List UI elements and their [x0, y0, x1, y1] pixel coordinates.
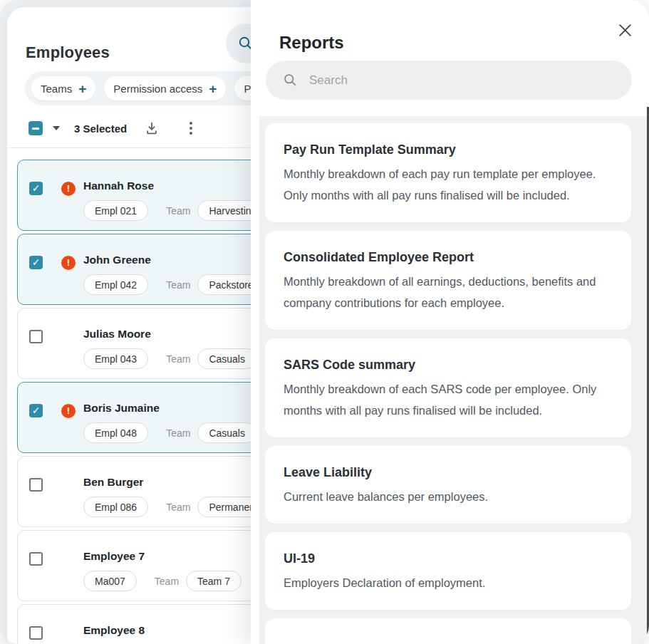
team-label: Team: [166, 279, 190, 291]
employee-id-pill: Empl 048: [83, 422, 148, 443]
employee-meta: Empl 086TeamPermanent: [83, 497, 269, 517]
employee-name: Hannah Rose: [83, 180, 154, 192]
report-list: Pay Run Template SummaryMonthly breakdow…: [259, 116, 649, 644]
report-description: Employers Declaration of employment.: [284, 572, 613, 593]
row-checkbox[interactable]: [29, 330, 43, 343]
report-card[interactable]: Consolidated Employee ReportMonthly brea…: [265, 231, 631, 330]
search-input[interactable]: [308, 73, 623, 88]
employee-id-pill: Empl 021: [83, 200, 148, 221]
filter-chip-teams[interactable]: Teams: [31, 76, 95, 100]
employee-meta: Ma007TeamTeam 7: [83, 571, 242, 591]
row-checkbox-checked[interactable]: [29, 404, 43, 417]
report-card[interactable]: SARS Code summaryMonthly breakdown of ea…: [265, 338, 631, 437]
drawer-title: Reports: [279, 33, 344, 53]
employee-name: John Greene: [83, 254, 151, 266]
reports-drawer: Reports Pay Run Template SummaryMonthly …: [251, 0, 649, 644]
team-label: Team: [166, 353, 190, 365]
team-label: Team: [166, 427, 190, 439]
reports-search: [266, 61, 632, 100]
employee-name: Ben Burger: [83, 476, 143, 489]
search-icon: [283, 73, 298, 88]
close-button[interactable]: [615, 20, 635, 40]
report-title: Consolidated Employee Report: [284, 247, 613, 267]
report-title: Leave Liability: [284, 462, 613, 482]
more-options-button[interactable]: [188, 120, 194, 136]
warning-icon: [61, 404, 76, 418]
employee-name: Employee 8: [83, 624, 145, 637]
report-card[interactable]: Leave LiabilityCurrent leave balances pe…: [265, 446, 631, 524]
team-pill: Casuals: [197, 348, 256, 369]
select-all-checkbox[interactable]: [28, 121, 43, 135]
plus-icon: [209, 82, 217, 95]
employee-meta: Empl 043TeamCasuals: [83, 348, 256, 369]
team-pill: Team 7: [186, 571, 242, 591]
download-icon: [144, 120, 160, 136]
download-button[interactable]: [144, 120, 160, 136]
team-label: Team: [155, 576, 179, 587]
employee-meta: Empl 048TeamCasuals: [83, 422, 256, 443]
employee-name: Employee 7: [83, 550, 145, 563]
row-checkbox-checked[interactable]: [29, 256, 43, 269]
report-title: Pay Run Template Summary: [284, 140, 613, 160]
employee-id-pill: Empl 086: [83, 497, 148, 517]
filter-chip-label: P: [244, 83, 251, 95]
row-checkbox[interactable]: [29, 552, 43, 566]
employee-name: Julias Moore: [83, 328, 151, 341]
filter-chip-label: Permission access: [113, 83, 202, 95]
team-label: Team: [166, 205, 190, 217]
employee-id-pill: Empl 043: [83, 348, 148, 369]
warning-icon: [61, 182, 76, 196]
report-card[interactable]: UI-19Employers Declaration of employment…: [265, 532, 631, 610]
team-pill: Casuals: [197, 422, 256, 443]
filter-chip-permission-access[interactable]: Permission access: [104, 76, 226, 100]
warning-icon: [61, 256, 76, 270]
page-title: Employees: [26, 43, 110, 62]
report-title: SARS Code summary: [284, 355, 613, 375]
report-card[interactable]: Pay Run Template SummaryMonthly breakdow…: [265, 123, 631, 222]
filter-chip-label: Teams: [41, 83, 72, 95]
report-description: Monthly breakdown of each SARS code per …: [284, 378, 613, 421]
employee-id-pill: Ma007: [83, 571, 137, 591]
report-description: Current leave balances per employees.: [284, 486, 613, 507]
row-checkbox[interactable]: [29, 478, 43, 492]
row-checkbox-checked[interactable]: [29, 182, 43, 195]
employee-id-pill: Empl 042: [83, 274, 148, 295]
employee-name: Boris Jumaine: [83, 402, 160, 415]
report-description: Monthly breakdown of all earnings, deduc…: [284, 271, 613, 313]
employee-meta: Empl 042TeamPackstore: [83, 274, 265, 295]
report-title: UI-19: [284, 549, 613, 568]
row-checkbox[interactable]: [29, 626, 43, 640]
app-window: Employees TeamsPermission accessP 3 Sele…: [0, 0, 649, 644]
chevron-down-icon[interactable]: [53, 126, 60, 130]
selected-count: 3 Selected: [74, 123, 127, 135]
selection-toolbar: 3 Selected: [28, 120, 194, 137]
employee-meta: Empl 021TeamHarvesting: [83, 200, 268, 221]
team-label: Team: [166, 502, 190, 513]
close-icon: [618, 23, 633, 38]
plus-icon: [78, 82, 86, 95]
report-card-partial[interactable]: [265, 618, 631, 644]
report-description: Monthly breakdown of each pay run templa…: [284, 163, 613, 206]
